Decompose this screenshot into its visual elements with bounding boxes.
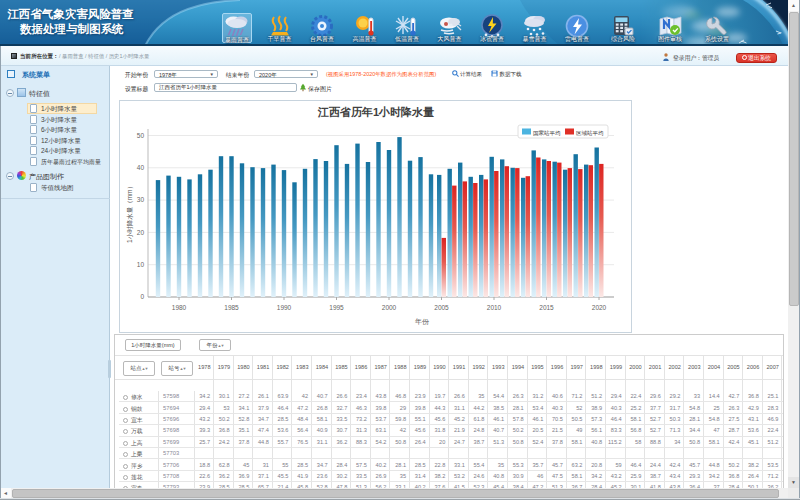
svg-text:40: 40 — [137, 164, 145, 171]
svg-text:1985: 1985 — [224, 304, 239, 311]
svg-text:2015: 2015 — [539, 304, 554, 311]
svg-text:1995: 1995 — [329, 304, 344, 311]
svg-text:10: 10 — [137, 261, 145, 268]
svg-text:江西省历年1小时降水量: 江西省历年1小时降水量 — [317, 106, 434, 118]
svg-text:年份: 年份 — [415, 318, 430, 326]
svg-text:2005: 2005 — [434, 304, 449, 311]
svg-text:0: 0 — [140, 293, 144, 300]
svg-text:1990: 1990 — [277, 304, 292, 311]
svg-text:20: 20 — [137, 229, 145, 236]
svg-text:1980: 1980 — [172, 304, 187, 311]
svg-text:区域站平均: 区域站平均 — [576, 130, 604, 136]
svg-text:国家站平均: 国家站平均 — [533, 130, 561, 137]
svg-text:2000: 2000 — [382, 304, 397, 311]
svg-text:2020: 2020 — [592, 304, 607, 311]
svg-text:1小时降水量（mm）: 1小时降水量（mm） — [126, 183, 134, 243]
svg-text:2010: 2010 — [487, 304, 502, 311]
svg-text:50: 50 — [137, 132, 145, 139]
svg-text:30: 30 — [137, 196, 145, 203]
